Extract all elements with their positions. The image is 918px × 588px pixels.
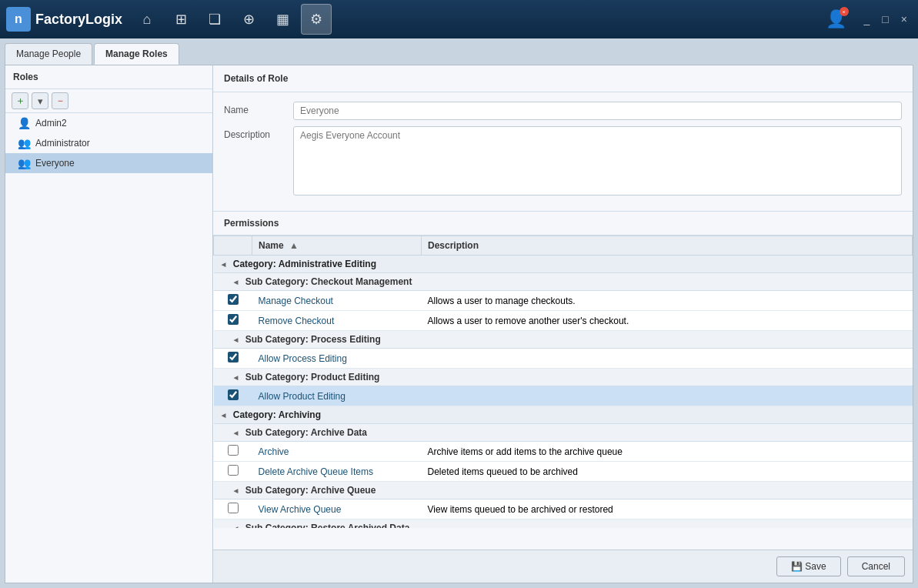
perm-desc-archive: Archive items or add items to the archiv… [428,446,623,457]
app-title: FactoryLogix [35,12,122,28]
sidebar-toolbar: ＋ ▾ － [5,89,212,113]
tab-manage-people[interactable]: Manage People [5,43,92,65]
perm-name-archive[interactable]: Archive [259,446,289,457]
content-panel: Roles ＋ ▾ － 👤 Admin2 👥 Administrator 👥 E… [5,65,913,583]
perm-row-view-archive-queue: View Archive Queue View items queued to … [214,499,913,520]
perm-check-manage-checkout[interactable] [228,294,239,305]
settings-nav-btn[interactable]: ⚙ [301,4,332,35]
sidebar-item-administrator-label: Administrator [35,138,90,149]
perm-desc-view-archive-queue: View items queued to be archived or rest… [428,504,613,515]
perm-name-allow-process-editing[interactable]: Allow Process Editing [259,353,347,364]
collapse-arrow-process[interactable]: ◄ [232,336,240,344]
sidebar-item-administrator[interactable]: 👥 Administrator [5,133,212,153]
col-check-header [214,236,252,256]
category-admin-editing: ◄ Category: Administrative Editing [214,256,913,273]
perm-name-delete-archive-queue[interactable]: Delete Archive Queue Items [259,466,373,477]
perm-desc-manage-checkout: Allows a user to manage checkouts. [428,296,576,306]
permissions-header: Permissions [213,212,913,236]
remove-role-btn[interactable]: － [52,92,68,109]
detail-header: Details of Role [213,65,913,92]
detail-form: Name Description [213,92,913,212]
add-role-btn[interactable]: ＋ [12,92,28,109]
perm-name-view-archive-queue[interactable]: View Archive Queue [259,504,342,515]
collapse-arrow-archiving[interactable]: ◄ [220,411,228,419]
home-nav-btn[interactable]: ⌂ [132,4,162,35]
col-desc-header: Description [422,236,913,256]
perm-check-view-archive-queue[interactable] [228,503,239,513]
maximize-btn[interactable]: □ [877,12,893,27]
perm-row-delete-archive-queue: Delete Archive Queue Items Deleted items… [214,462,913,482]
description-label: Description [224,126,293,140]
perm-desc-delete-archive-queue: Deleted items queued to be archived [428,466,578,477]
permissions-table-container: Name ▲ Description [213,236,913,550]
collapse-arrow-checkout[interactable]: ◄ [232,278,240,286]
sidebar-item-admin2-label: Admin2 [35,118,67,129]
perm-row-allow-product-editing[interactable]: Allow Product Editing [214,386,913,406]
save-button[interactable]: 💾 Save [776,556,841,576]
perm-check-allow-process-editing[interactable] [228,352,239,362]
perm-row-archive: Archive Archive items or add items to th… [214,442,913,462]
tab-bar: Manage People Manage Roles [5,43,913,65]
admin2-icon: 👤 [18,117,31,129]
sidebar-item-everyone-label: Everyone [35,158,75,169]
cancel-button[interactable]: Cancel [847,556,905,576]
main-container: Manage People Manage Roles Roles ＋ ▾ － 👤… [0,38,918,588]
subcategory-restore-archived: ◄ Sub Category: Restore Archived Data [214,520,913,529]
user-menu-btn[interactable]: 👤 × [823,5,850,33]
subcategory-archive-data: ◄ Sub Category: Archive Data [214,424,913,442]
window-controls: _ □ × [860,12,912,27]
perm-name-allow-product-editing[interactable]: Allow Product Editing [259,391,346,402]
monitor-nav-btn[interactable]: ▦ [267,4,298,35]
right-panel: Details of Role Name Description Permiss… [213,65,913,583]
sidebar-item-everyone[interactable]: 👥 Everyone [5,153,212,173]
subcategory-process-editing: ◄ Sub Category: Process Editing [214,331,913,349]
perm-check-remove-checkout[interactable] [228,314,239,325]
perm-name-manage-checkout[interactable]: Manage Checkout [259,296,333,306]
description-row: Description [224,126,902,195]
perm-row-allow-process-editing: Allow Process Editing [214,349,913,369]
navbar: n FactoryLogix ⌂ ⊞ ❏ ⊕ ▦ ⚙ 👤 × _ □ × [0,0,918,38]
globe-nav-btn[interactable]: ⊕ [233,4,264,35]
name-row: Name [224,102,902,120]
perm-check-archive[interactable] [228,445,239,456]
subcategory-checkout-mgmt: ◄ Sub Category: Checkout Management [214,273,913,291]
perm-check-allow-product-editing[interactable] [228,389,239,400]
perm-row-remove-checkout: Remove Checkout Allows a user to remove … [214,311,913,331]
collapse-arrow-product[interactable]: ◄ [232,373,240,382]
administrator-icon: 👥 [18,137,31,149]
collapse-arrow-admin[interactable]: ◄ [220,260,228,269]
dropdown-btn[interactable]: ▾ [32,92,48,109]
app-logo: n [6,7,31,32]
close-btn[interactable]: × [896,12,912,27]
brand: n FactoryLogix [6,7,122,32]
perm-name-remove-checkout[interactable]: Remove Checkout [259,316,335,326]
user-notification-badge: × [840,7,849,16]
name-label: Name [224,102,293,115]
collapse-arrow-archive-data[interactable]: ◄ [232,429,240,437]
grid-nav-btn[interactable]: ⊞ [165,4,196,35]
sidebar-header: Roles [5,65,212,89]
collapse-arrow-archive-queue[interactable]: ◄ [232,486,240,495]
minimize-btn[interactable]: _ [860,12,875,27]
sidebar-item-admin2[interactable]: 👤 Admin2 [5,113,212,133]
tab-manage-roles[interactable]: Manage Roles [94,43,179,65]
subcategory-archive-queue: ◄ Sub Category: Archive Queue [214,482,913,499]
everyone-icon: 👥 [18,157,31,169]
perm-row-manage-checkout: Manage Checkout Allows a user to manage … [214,291,913,311]
perm-check-delete-archive-queue[interactable] [228,465,239,476]
col-name-header[interactable]: Name ▲ [252,236,422,256]
footer-bar: 💾 Save Cancel [213,550,913,583]
name-input[interactable] [293,102,902,120]
collapse-arrow-restore[interactable]: ◄ [232,524,240,528]
layers-nav-btn[interactable]: ❏ [199,4,230,35]
category-archiving: ◄ Category: Archiving [214,406,913,424]
sidebar-list: 👤 Admin2 👥 Administrator 👥 Everyone [5,113,212,583]
subcategory-product-editing: ◄ Sub Category: Product Editing [214,369,913,386]
perm-desc-remove-checkout: Allows a user to remove another user's c… [428,316,629,326]
sidebar: Roles ＋ ▾ － 👤 Admin2 👥 Administrator 👥 E… [5,65,213,583]
description-input[interactable] [293,126,902,195]
permissions-scroll[interactable]: Name ▲ Description [213,236,913,528]
name-sort-arrow: ▲ [289,240,299,251]
permissions-table: Name ▲ Description [213,236,913,528]
